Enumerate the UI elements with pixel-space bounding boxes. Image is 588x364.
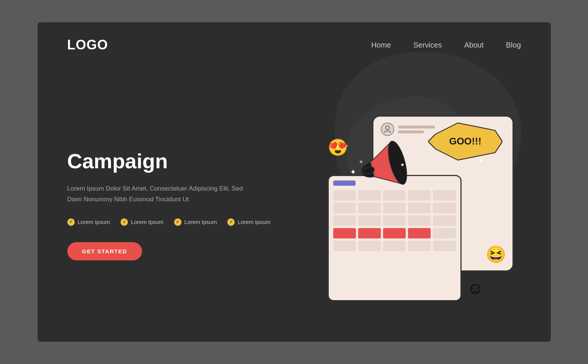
svg-text:GOO!!!: GOO!!! xyxy=(449,136,481,147)
checklist: ✓ Lorem Ipsum ✓ Lorem Ipsum ✓ Lorem Ipsu… xyxy=(67,218,313,226)
logo: LOGO xyxy=(67,37,108,53)
cal-cell xyxy=(433,241,456,251)
page-wrapper: LOGO Home Services About Blog Campaign L… xyxy=(38,22,551,342)
check-label-2: Lorem Ipsum xyxy=(131,219,164,225)
cal-cell-highlight xyxy=(383,228,406,238)
cal-cell xyxy=(433,190,456,201)
cal-cell xyxy=(358,215,381,226)
cal-cell xyxy=(333,241,356,251)
cal-cell xyxy=(383,241,406,251)
main-content: Campaign Lorem Ipsum Dolor Sit Amet, Con… xyxy=(38,68,551,342)
cal-cell xyxy=(433,228,456,238)
speech-bubble: GOO!!! xyxy=(428,119,502,165)
nav-item-blog[interactable]: Blog xyxy=(506,41,521,49)
check-icon-1: ✓ xyxy=(67,218,75,226)
check-icon-4: ✓ xyxy=(227,218,235,226)
nav-item-services[interactable]: Services xyxy=(414,41,442,49)
cal-cell-highlight xyxy=(333,228,356,238)
cal-cell xyxy=(358,241,381,251)
cal-cell xyxy=(433,203,456,213)
check-label-4: Lorem Ipsum xyxy=(238,219,270,225)
nav-item-home[interactable]: Home xyxy=(371,41,391,49)
cal-cell xyxy=(383,203,406,213)
check-item-4: ✓ Lorem Ipsum xyxy=(227,218,270,226)
navigation: Home Services About Blog xyxy=(371,41,521,49)
header: LOGO Home Services About Blog xyxy=(38,22,551,68)
cal-cell xyxy=(408,241,431,251)
check-icon-2: ✓ xyxy=(121,218,128,226)
emoji-smiling: ☺️ xyxy=(467,279,484,298)
check-label-1: Lorem Ipsum xyxy=(78,219,110,225)
get-started-button[interactable]: GET STARTED xyxy=(67,242,142,260)
nav-item-about[interactable]: About xyxy=(464,41,483,49)
emoji-heart-eyes: 😍 xyxy=(328,138,348,157)
check-item-1: ✓ Lorem Ipsum xyxy=(67,218,110,226)
illustration: ✦ ✦ ✦ + xyxy=(320,93,514,309)
right-section: ✦ ✦ ✦ + xyxy=(313,82,521,319)
hero-description: Lorem Ipsum Dolor Sit Amet, Consectetuer… xyxy=(67,183,246,205)
cal-cell xyxy=(408,215,431,226)
hero-title: Campaign xyxy=(67,149,313,173)
cal-cell xyxy=(408,190,431,201)
cal-cell-highlight xyxy=(358,228,381,238)
emoji-laughing: 😆 xyxy=(486,245,506,264)
cal-cell xyxy=(408,203,431,213)
cal-cell xyxy=(433,215,456,226)
left-section: Campaign Lorem Ipsum Dolor Sit Amet, Con… xyxy=(67,82,313,319)
check-icon-3: ✓ xyxy=(174,218,181,226)
svg-point-0 xyxy=(386,126,389,130)
check-label-3: Lorem Ipsum xyxy=(184,219,217,225)
plus-decoration: + xyxy=(359,158,363,166)
cal-cell-highlight xyxy=(408,228,431,238)
check-item-3: ✓ Lorem Ipsum xyxy=(174,218,217,226)
cal-cell xyxy=(333,215,356,226)
check-item-2: ✓ Lorem Ipsum xyxy=(121,218,164,226)
cal-cell xyxy=(383,215,406,226)
